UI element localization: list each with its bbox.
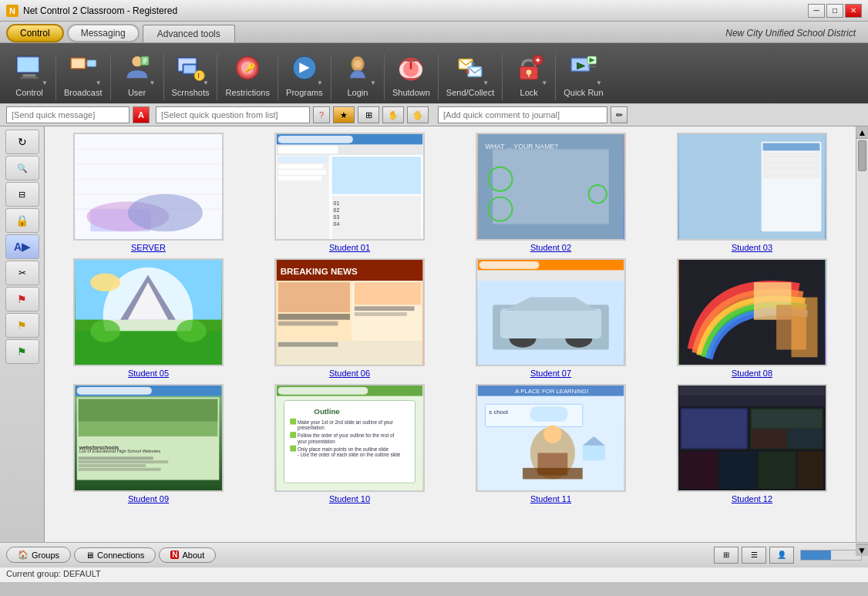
quick-btn4[interactable]: 🖐: [407, 106, 429, 123]
tab-area: Control Messaging Advanced tools New Cit…: [0, 22, 868, 43]
student08-label[interactable]: Student 08: [732, 369, 772, 378]
status-tabs: 🏠 Groups 🖥 Connections N About: [6, 547, 216, 563]
student10-label[interactable]: Student 10: [329, 494, 370, 503]
quick-btn2[interactable]: ⊞: [358, 106, 379, 123]
student-card-07[interactable]: Student 07: [453, 258, 648, 378]
toolbar-restrictions[interactable]: 🔑 Restrictions: [220, 46, 274, 100]
svg-point-157: [543, 425, 561, 443]
svg-rect-122: [792, 298, 818, 358]
student12-label[interactable]: Student 12: [732, 494, 772, 503]
quick-comment-send-button[interactable]: ✏: [611, 106, 627, 123]
sidebar-layout-button[interactable]: ⊟: [5, 182, 39, 207]
student-card-server[interactable]: SERVER: [51, 133, 246, 252]
svg-text:s    chool: s chool: [489, 409, 508, 416]
svg-text:A PLACE FOR LEARNING!: A PLACE FOR LEARNING!: [515, 388, 588, 395]
student-card-08[interactable]: Student 08: [654, 258, 849, 378]
quick-comment-input[interactable]: [438, 106, 607, 123]
sidebar-text-button[interactable]: A▶: [5, 234, 39, 259]
groups-icon: 🏠: [18, 550, 29, 560]
toolbar-control[interactable]: ▼ Control: [6, 46, 52, 100]
toolbar-programs[interactable]: ▼ Programs: [281, 46, 328, 100]
student-card-12[interactable]: Student 12: [654, 384, 849, 503]
view-grid-button[interactable]: ⊞: [714, 547, 738, 564]
svg-rect-136: [278, 387, 368, 395]
svg-rect-153: [530, 406, 568, 421]
sidebar-flag-red-button[interactable]: ⚑: [5, 287, 39, 311]
quick-message-send-button[interactable]: A: [133, 106, 150, 123]
svg-text:Only place main points on the : Only place main points on the outline sl…: [298, 446, 389, 453]
quick-question-input[interactable]: [156, 106, 310, 123]
svg-rect-2: [23, 74, 36, 76]
tab-messaging[interactable]: Messaging: [67, 24, 140, 42]
toolbar-sendcollect[interactable]: ▼ Send/Collect: [442, 46, 499, 100]
close-button[interactable]: ✕: [845, 4, 862, 18]
school-name: New City Unified School District: [725, 28, 862, 39]
title-bar: N Net Control 2 Classroom - Registered ─…: [0, 0, 868, 22]
sidebar-tools-button[interactable]: ✂: [5, 261, 39, 285]
student-card-03[interactable]: Student 03: [654, 133, 849, 252]
maximize-button[interactable]: □: [826, 4, 843, 18]
quick-btn1[interactable]: ★: [333, 106, 355, 123]
tab-groups[interactable]: 🏠 Groups: [6, 547, 71, 563]
quick-question-send-button[interactable]: ?: [313, 106, 330, 123]
student07-label[interactable]: Student 07: [530, 369, 571, 378]
toolbar-lock[interactable]: ▼ Lock: [506, 46, 552, 100]
tab-control[interactable]: Control: [6, 24, 64, 42]
svg-text:!: !: [197, 72, 200, 79]
server-label[interactable]: SERVER: [131, 243, 166, 252]
svg-point-56: [128, 194, 203, 232]
grid-scrollbar[interactable]: ▲ ▼: [856, 126, 868, 542]
sidebar-flag-yellow-button[interactable]: ⚑: [5, 313, 39, 338]
sidebar-refresh-button[interactable]: ↻: [5, 130, 39, 154]
sidebar-lock-button[interactable]: 🔒: [5, 208, 39, 233]
student-card-05[interactable]: Student 05: [51, 258, 246, 378]
toolbar-shutdown[interactable]: Shutdown: [388, 46, 435, 100]
toolbar-broadcast[interactable]: ▼ Broadcast: [59, 46, 107, 100]
svg-rect-5: [72, 59, 85, 68]
svg-rect-103: [278, 322, 338, 326]
svg-rect-124: [77, 387, 152, 395]
tab-advanced[interactable]: Advanced tools: [143, 25, 235, 42]
toolbar-screenshots[interactable]: ! ▼ Scrnshots: [167, 46, 214, 100]
svg-rect-106: [355, 306, 415, 311]
student11-label[interactable]: Student 11: [530, 494, 571, 503]
student-card-01[interactable]: 01 02 03 04 Student 01: [252, 133, 447, 252]
svg-rect-1: [18, 58, 39, 72]
tab-connections[interactable]: 🖥 Connections: [74, 547, 156, 563]
svg-rect-166: [752, 409, 822, 428]
student05-label[interactable]: Student 05: [128, 369, 169, 378]
status-right: ⊞ ☰ 👤: [714, 547, 862, 564]
svg-rect-139: [290, 419, 296, 425]
student03-label[interactable]: Student 03: [732, 243, 772, 252]
settings-button[interactable]: 👤: [769, 547, 794, 564]
student01-label[interactable]: Student 01: [329, 243, 370, 252]
svg-rect-132: [79, 468, 161, 471]
view-list-button[interactable]: ☰: [742, 547, 766, 564]
svg-rect-68: [332, 196, 422, 239]
student09-label[interactable]: Student 09: [128, 494, 169, 503]
quick-message-input[interactable]: [6, 106, 130, 123]
student02-label[interactable]: Student 02: [530, 243, 571, 252]
svg-text:🔑: 🔑: [244, 62, 256, 73]
student-card-02[interactable]: WHAT ... YOUR NAME? Student 02: [453, 133, 648, 252]
svg-text:your presentation: your presentation: [298, 439, 335, 445]
quick-btn3[interactable]: ✋: [382, 106, 404, 123]
toolbar-quickrun[interactable]: ▼ Quick Run: [559, 46, 607, 100]
svg-rect-67: [332, 157, 422, 194]
student06-label[interactable]: Student 06: [329, 369, 370, 378]
student-card-06[interactable]: BREAKING NEWS Student 06: [252, 258, 447, 378]
svg-rect-63: [278, 164, 323, 169]
quick-bar: A ? ★ ⊞ ✋ 🖐 ✏: [0, 103, 868, 126]
sidebar-flag-green-button[interactable]: ⚑: [5, 339, 39, 364]
student-card-09[interactable]: List of Educational High School Websites…: [51, 384, 246, 503]
current-group-bar: Current group: DEFAULT: [0, 567, 868, 582]
toolbar-user[interactable]: ▼ User: [114, 46, 160, 100]
student-card-10[interactable]: Outline Make your 1st or 2nd slide an ou…: [252, 384, 447, 503]
student-card-11[interactable]: A PLACE FOR LEARNING! s chool Student 11: [453, 384, 648, 503]
sidebar-zoom-button[interactable]: 🔍: [5, 156, 39, 180]
minimize-button[interactable]: ─: [808, 4, 825, 18]
svg-rect-113: [478, 271, 624, 281]
tab-about[interactable]: N About: [159, 547, 216, 563]
svg-rect-161: [679, 386, 825, 396]
toolbar-login[interactable]: ▼ Login: [335, 46, 381, 100]
